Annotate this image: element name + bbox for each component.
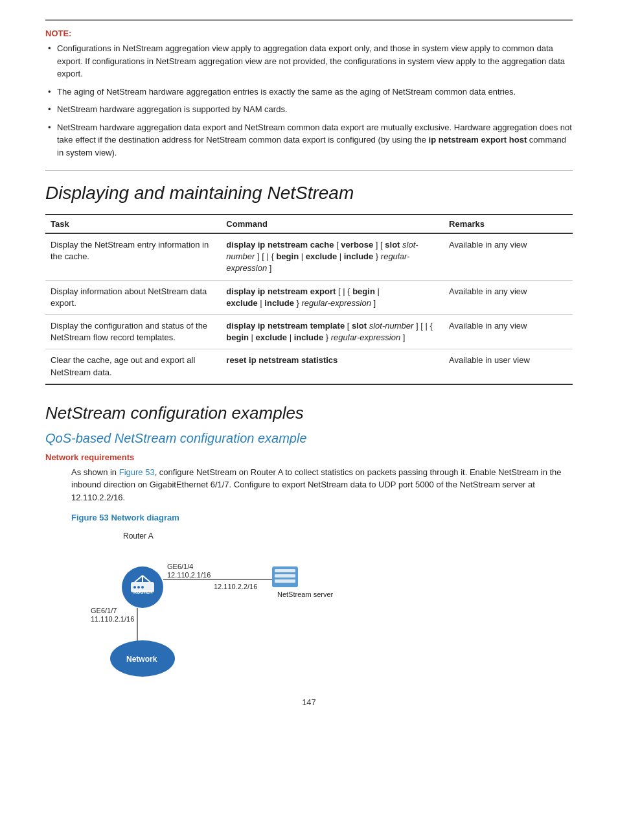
subsection-title: QoS-based NetStream configuration exampl…	[45, 431, 573, 446]
note-item-2: The aging of NetStream hardware aggregat…	[45, 86, 573, 99]
remarks-cell: Available in any view	[444, 314, 573, 349]
section2-title: NetStream configuration examples	[45, 403, 573, 423]
ge2-label: GE6/1/7	[91, 607, 117, 614]
network-label: Network	[126, 655, 157, 664]
server-ip-label: 12.110.2.2/16	[214, 583, 257, 590]
note-item-3: NetStream hardware aggregation is suppor…	[45, 103, 573, 116]
table-header-row: Task Command Remarks	[45, 215, 573, 233]
note-list: Configurations in NetStream aggregation …	[45, 42, 573, 159]
task-cell: Display the NetStream entry information …	[45, 233, 221, 280]
note-item-4: NetStream hardware aggregation data expo…	[45, 121, 573, 159]
body-text: As shown in Figure 53, configure NetStre…	[71, 466, 573, 504]
router-dot2	[137, 586, 140, 589]
server-strip2	[275, 574, 295, 578]
bottom-rule	[45, 170, 573, 171]
section1-title: Displaying and maintaining NetStream	[45, 183, 573, 204]
col-command: Command	[221, 215, 444, 233]
command-table: Task Command Remarks Display the NetStre…	[45, 214, 573, 385]
task-cell: Display the configuration and status of …	[45, 314, 221, 349]
command-cell: display ip netstream export [ | { begin …	[221, 280, 444, 314]
remarks-cell: Available in any view	[444, 280, 573, 314]
task-cell: Display information about NetStream data…	[45, 280, 221, 314]
network-requirements-label: Network requirements	[45, 452, 573, 462]
note-label: NOTE:	[45, 29, 573, 38]
ge1-label: GE6/1/4	[167, 563, 193, 570]
command-cell: reset ip netstream statistics	[221, 349, 444, 384]
figure-link[interactable]: Figure 53	[119, 467, 155, 477]
server-strip1	[275, 569, 295, 572]
server-label: NetStream server	[277, 590, 334, 598]
table-row: Display the NetStream entry information …	[45, 233, 573, 280]
task-cell: Clear the cache, age out and export all …	[45, 349, 221, 384]
table-row: Display information about NetStream data…	[45, 280, 573, 314]
router-dot3	[141, 586, 144, 589]
col-remarks: Remarks	[444, 215, 573, 233]
network-diagram: Router A ROUTER GE6/1/4 12.110,2.1/16 12…	[84, 529, 395, 678]
command-cell: display ip netstream cache [ verbose ] […	[221, 233, 444, 280]
note-section: NOTE: Configurations in NetStream aggreg…	[45, 29, 573, 159]
table-row: Display the configuration and status of …	[45, 314, 573, 349]
table-row: Clear the cache, age out and export all …	[45, 349, 573, 384]
note-item-1: Configurations in NetStream aggregation …	[45, 42, 573, 80]
ge2-ip: 11.110.2.1/16	[91, 615, 134, 623]
router-a-label: Router A	[123, 531, 154, 541]
col-task: Task	[45, 215, 221, 233]
page-number: 147	[45, 697, 573, 707]
server-strip3	[275, 579, 295, 583]
remarks-cell: Available in user view	[444, 349, 573, 384]
command-cell: display ip netstream template [ slot slo…	[221, 314, 444, 349]
diagram-svg: Router A ROUTER GE6/1/4 12.110,2.1/16 12…	[84, 529, 395, 678]
remarks-cell: Available in any view	[444, 233, 573, 280]
ge1-ip: 12.110,2.1/16	[167, 571, 211, 579]
figure-caption: Figure 53 Network diagram	[71, 513, 573, 522]
router-text: ROUTER	[133, 590, 153, 594]
router-dot1	[133, 586, 136, 589]
top-rule	[45, 19, 573, 21]
